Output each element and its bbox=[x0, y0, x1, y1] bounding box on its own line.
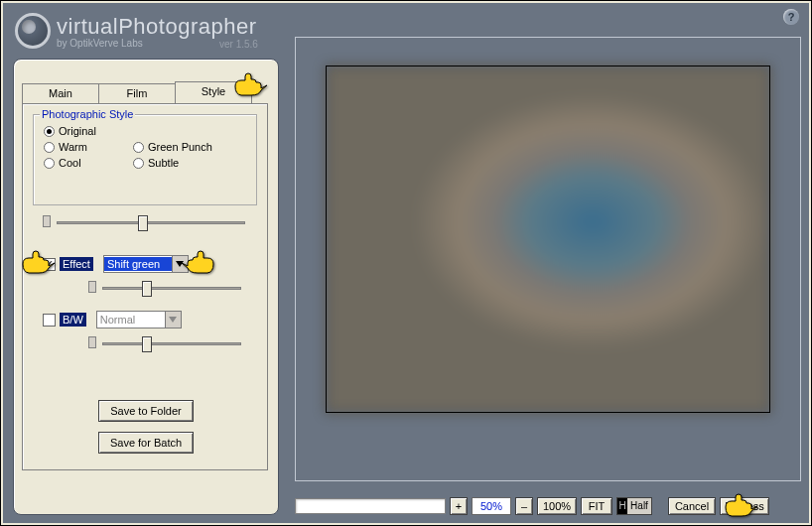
style-slider-1[interactable] bbox=[43, 213, 251, 237]
bw-slider[interactable] bbox=[88, 334, 247, 358]
effect-value: Shift green bbox=[104, 257, 172, 271]
bw-value: Normal bbox=[97, 313, 165, 327]
tab-row: Main Film Style bbox=[22, 83, 251, 103]
slider-track bbox=[57, 221, 245, 224]
save-to-folder-button[interactable]: Save to Folder bbox=[98, 400, 194, 422]
radio-warm[interactable]: Warm bbox=[44, 141, 133, 153]
save-for-batch-button[interactable]: Save for Batch bbox=[98, 432, 194, 454]
slider-thumb[interactable] bbox=[138, 215, 148, 231]
effect-slider[interactable] bbox=[88, 279, 247, 303]
tab-style[interactable]: Style bbox=[175, 81, 252, 103]
chevron-down-icon[interactable] bbox=[165, 312, 181, 328]
slider-min-icon bbox=[88, 336, 96, 348]
radio-dot-icon bbox=[133, 158, 144, 169]
preview-frame bbox=[295, 37, 801, 481]
radio-subtle[interactable]: Subtle bbox=[133, 157, 242, 169]
radio-label: Warm bbox=[59, 141, 87, 153]
slider-track bbox=[102, 342, 241, 345]
app-window: virtualPhotographer by OptikVerve Labs v… bbox=[0, 0, 812, 526]
slider-min-icon bbox=[88, 281, 96, 293]
logo-icon bbox=[15, 13, 51, 49]
chevron-down-icon[interactable] bbox=[172, 256, 188, 272]
half-h: H bbox=[617, 498, 627, 514]
slider-thumb[interactable] bbox=[142, 281, 152, 297]
progress-bar bbox=[295, 498, 446, 514]
effect-label: Effect bbox=[60, 257, 93, 271]
zoom-fit-button[interactable]: FIT bbox=[581, 497, 612, 515]
radio-dot-icon bbox=[44, 142, 55, 153]
bottom-toolbar: + 50% – 100% FIT H Half Cancel Process bbox=[295, 495, 801, 517]
zoom-in-button[interactable]: + bbox=[450, 497, 468, 515]
controls-panel: Main Film Style Photographic Style Origi… bbox=[13, 59, 279, 515]
zoom-100-button[interactable]: 100% bbox=[537, 497, 577, 515]
effect-combo[interactable]: Shift green bbox=[103, 255, 189, 273]
main-area: virtualPhotographer by OptikVerve Labs v… bbox=[3, 3, 809, 523]
tab-film[interactable]: Film bbox=[98, 83, 176, 103]
radio-cool[interactable]: Cool bbox=[44, 157, 133, 169]
group-legend: Photographic Style bbox=[40, 108, 135, 120]
radio-dot-icon bbox=[133, 142, 144, 153]
app-title: virtualPhotographer bbox=[57, 14, 257, 39]
radio-label: Cool bbox=[59, 157, 81, 169]
bw-checkbox[interactable] bbox=[43, 314, 56, 327]
process-button[interactable]: Process bbox=[720, 497, 769, 515]
bw-label: B/W bbox=[60, 313, 86, 327]
effect-row: Effect Shift green bbox=[43, 255, 189, 273]
slider-track bbox=[102, 287, 241, 290]
help-button[interactable]: ? bbox=[783, 9, 799, 25]
bw-row: B/W Normal bbox=[43, 311, 182, 329]
slider-min-icon bbox=[43, 215, 51, 227]
zoom-value[interactable]: 50% bbox=[472, 497, 511, 515]
radio-dot-icon bbox=[44, 158, 55, 169]
tab-main[interactable]: Main bbox=[22, 83, 99, 103]
photographic-style-group: Photographic Style Original Warm Green P… bbox=[33, 114, 257, 205]
preview-image bbox=[326, 66, 770, 413]
effect-checkbox[interactable] bbox=[43, 258, 56, 271]
zoom-out-button[interactable]: – bbox=[515, 497, 533, 515]
radio-label: Original bbox=[59, 125, 96, 137]
radio-green-punch[interactable]: Green Punch bbox=[133, 141, 242, 153]
half-toggle[interactable]: H Half bbox=[616, 497, 652, 515]
version-label: ver 1.5.6 bbox=[219, 39, 258, 50]
cancel-button[interactable]: Cancel bbox=[668, 497, 716, 515]
tab-body-style: Photographic Style Original Warm Green P… bbox=[22, 103, 268, 470]
radio-label: Subtle bbox=[148, 157, 179, 169]
bw-combo[interactable]: Normal bbox=[96, 311, 182, 329]
radio-dot-icon bbox=[44, 126, 55, 137]
radio-original[interactable]: Original bbox=[44, 125, 133, 137]
slider-thumb[interactable] bbox=[142, 336, 152, 352]
half-label: Half bbox=[627, 498, 651, 514]
radio-label: Green Punch bbox=[148, 141, 212, 153]
